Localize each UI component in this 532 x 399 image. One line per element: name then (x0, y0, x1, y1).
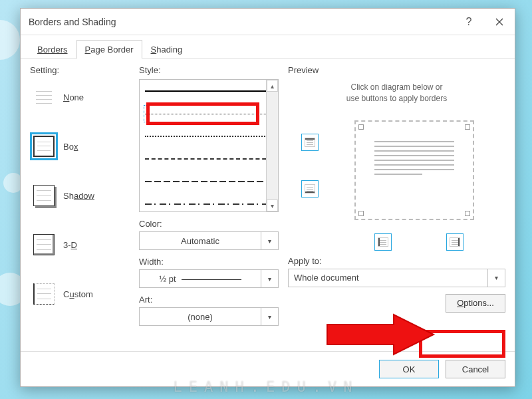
color-field: Color: Automatic ▾ (139, 219, 279, 250)
setting-shadow[interactable]: Shadow (30, 182, 130, 209)
setting-column: Setting: None Box (30, 65, 130, 342)
style-scrollbar[interactable]: ▴ ▾ (266, 80, 278, 211)
close-button[interactable] (484, 9, 515, 35)
dialog-title: Borders and Shading (29, 17, 116, 27)
style-dashed-short[interactable] (140, 148, 278, 170)
setting-none[interactable]: None (30, 83, 130, 111)
preview-hint: Click on diagram below oruse buttons to … (288, 82, 505, 104)
ok-button[interactable]: OK (379, 360, 439, 378)
setting-box[interactable]: Box (30, 132, 130, 160)
width-field: Width: ½ pt ▾ (139, 257, 279, 288)
style-column: Style: ▴ ▾ Color: Automatic (139, 65, 279, 342)
chevron-down-icon: ▾ (261, 308, 278, 325)
setting-box-icon (30, 132, 58, 160)
art-heading: Art: (139, 295, 279, 305)
setting-none-icon (30, 83, 58, 111)
preview-heading: Preview (288, 65, 505, 75)
chevron-down-icon: ▾ (487, 269, 505, 287)
style-dashed-long[interactable] (140, 170, 278, 193)
watermark: LEANH.EDU.VN (0, 378, 532, 395)
annotation-options-highlight (419, 330, 505, 358)
title-bar: Borders and Shading ? (21, 9, 515, 35)
preview-column: Preview Click on diagram below oruse but… (288, 65, 505, 342)
apply-to-field: Apply to: Whole document ▾ (288, 256, 505, 287)
style-dotted[interactable] (140, 125, 278, 148)
border-top-button[interactable] (301, 134, 319, 151)
apply-to-dropdown[interactable]: Whole document ▾ (288, 269, 505, 287)
tab-shading[interactable]: Shading (142, 40, 192, 59)
setting-custom[interactable]: Custom (30, 280, 130, 308)
help-button[interactable]: ? (454, 9, 484, 35)
close-icon (495, 18, 503, 26)
style-solid[interactable] (140, 80, 278, 102)
art-dropdown[interactable]: (none) ▾ (139, 307, 279, 326)
color-dropdown[interactable]: Automatic ▾ (139, 231, 279, 250)
style-listbox[interactable]: ▴ ▾ (139, 79, 279, 212)
setting-shadow-icon (30, 182, 58, 209)
color-heading: Color: (139, 219, 279, 229)
chevron-down-icon: ▾ (261, 232, 278, 249)
options-button[interactable]: Options... (446, 294, 505, 313)
setting-3d[interactable]: 3-D (30, 231, 130, 259)
setting-3d-icon (30, 231, 58, 259)
art-field: Art: (none) ▾ (139, 295, 279, 326)
scroll-down-icon[interactable]: ▾ (267, 200, 278, 211)
preview-area (288, 114, 505, 253)
style-dash-dot[interactable] (140, 193, 278, 212)
style-heading: Style: (139, 65, 279, 75)
annotation-style-highlight (146, 102, 259, 125)
scroll-up-icon[interactable]: ▴ (267, 80, 278, 92)
border-bottom-button[interactable] (301, 180, 319, 198)
chevron-down-icon: ▾ (261, 270, 278, 287)
border-left-button[interactable] (374, 233, 392, 251)
tab-borders[interactable]: Borders (29, 40, 76, 59)
tab-strip: Borders Page Border Shading (21, 35, 515, 59)
cancel-button[interactable]: Cancel (446, 360, 505, 378)
width-heading: Width: (139, 257, 279, 267)
border-right-button[interactable] (446, 233, 464, 251)
setting-heading: Setting: (30, 65, 130, 75)
setting-custom-icon (30, 280, 58, 308)
width-dropdown[interactable]: ½ pt ▾ (139, 269, 279, 288)
preview-page[interactable] (354, 120, 474, 220)
borders-shading-dialog: Borders and Shading ? Borders Page Borde… (20, 8, 515, 387)
tab-page-border[interactable]: Page Border (76, 40, 142, 59)
